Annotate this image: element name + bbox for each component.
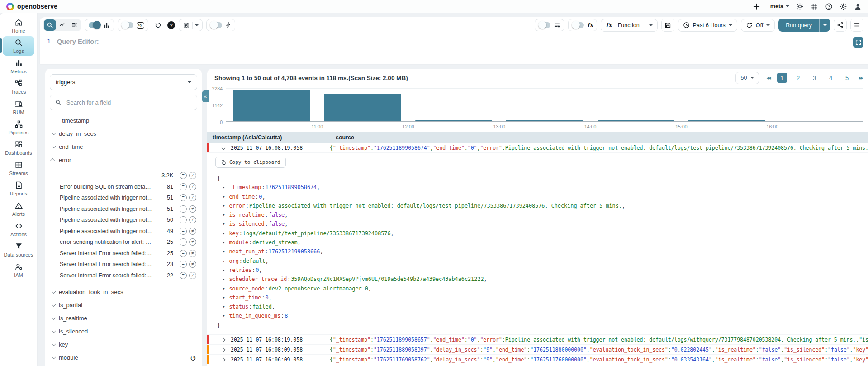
json-field-is_silenced[interactable]: ▾is_silenced:false, bbox=[215, 219, 868, 228]
nav-item-data-sources[interactable]: Data sources bbox=[3, 240, 34, 259]
exclude-filter-icon[interactable]: ≠ bbox=[189, 261, 196, 268]
json-field-is_realtime[interactable]: ▾is_realtime:false, bbox=[215, 210, 868, 219]
nav-item-reports[interactable]: Reports bbox=[3, 179, 34, 198]
field-value-row[interactable]: 3.2K=≠ bbox=[60, 170, 196, 181]
exclude-filter-icon[interactable]: ≠ bbox=[189, 205, 196, 213]
sparkle-icon[interactable] bbox=[753, 3, 760, 10]
sql-mode-toggle[interactable] bbox=[122, 22, 133, 28]
json-field-status[interactable]: ▾status:failed, bbox=[215, 302, 868, 311]
exclude-filter-icon[interactable]: ≠ bbox=[189, 194, 196, 201]
json-field-key[interactable]: ▾key:logs/default/test_pipeline/73533867… bbox=[215, 229, 868, 238]
field-value-row[interactable]: Server Internal Error search failed: Err… bbox=[60, 270, 196, 281]
nav-item-logs[interactable]: Logs bbox=[3, 36, 34, 56]
saved-search-icon[interactable] bbox=[183, 22, 190, 29]
nav-item-rum[interactable]: RUM bbox=[3, 97, 34, 117]
histogram-bar[interactable] bbox=[233, 90, 310, 121]
reset-icon[interactable] bbox=[152, 19, 164, 31]
log-row[interactable]: 2025-11-07 16:08:19.058{"_timestamp":"17… bbox=[207, 143, 868, 152]
histogram-bar[interactable] bbox=[324, 94, 401, 121]
nav-item-home[interactable]: Home bbox=[3, 16, 34, 35]
gear-icon[interactable] bbox=[840, 3, 847, 10]
exclude-filter-icon[interactable]: ≠ bbox=[189, 172, 196, 179]
json-field-scheduler_trace_id[interactable]: ▾scheduler_trace_id:359AQoDsqrZNc1MXSepV… bbox=[215, 275, 868, 284]
collapse-value-icon[interactable]: ▾ bbox=[223, 219, 225, 228]
page-size-select[interactable]: 50 bbox=[735, 72, 759, 84]
search-mode-button[interactable] bbox=[44, 19, 56, 31]
field-value-row[interactable]: Pipeline associated with trigger not e..… bbox=[60, 226, 196, 237]
collapse-value-icon[interactable]: ▾ bbox=[223, 238, 225, 247]
field-value-row[interactable]: Pipeline associated with trigger not e..… bbox=[60, 214, 196, 226]
log-row[interactable]: 2025-11-07 16:08:19.058{"_timestamp":"17… bbox=[207, 334, 868, 344]
chevron-down-icon[interactable] bbox=[195, 24, 199, 26]
column-header-timestamp[interactable]: timestamp (Asia/Calcutta) bbox=[207, 134, 336, 141]
patterns-mode-button[interactable] bbox=[68, 19, 81, 31]
nav-item-traces[interactable]: Traces bbox=[3, 77, 34, 96]
field-evaluation_took_in_secs[interactable]: evaluation_took_in_secs bbox=[50, 285, 197, 299]
page-button-3[interactable]: 3 bbox=[810, 73, 820, 83]
page-button-4[interactable]: 4 bbox=[826, 73, 836, 83]
include-filter-icon[interactable]: = bbox=[180, 238, 187, 246]
field-module[interactable]: module bbox=[50, 351, 197, 364]
nav-item-pipelines[interactable]: Pipelines bbox=[3, 118, 34, 137]
nav-item-metrics[interactable]: Metrics bbox=[3, 57, 34, 76]
run-query-button[interactable]: Run query bbox=[778, 19, 819, 32]
field-value-row[interactable]: Server Internal Error search failed: Err… bbox=[60, 248, 196, 259]
include-filter-icon[interactable]: = bbox=[180, 261, 187, 268]
exclude-filter-icon[interactable]: ≠ bbox=[189, 238, 196, 246]
histogram-bar[interactable] bbox=[688, 120, 765, 121]
column-header-source[interactable]: source bbox=[336, 134, 868, 141]
transform-toggle[interactable] bbox=[539, 22, 550, 28]
collapse-value-icon[interactable]: ▾ bbox=[223, 201, 225, 210]
json-field-time_in_queue_ms[interactable]: ▾time_in_queue_ms:8 bbox=[215, 311, 868, 320]
exclude-filter-icon[interactable]: ≠ bbox=[189, 216, 196, 223]
collapse-value-icon[interactable]: ▾ bbox=[223, 293, 225, 302]
field-end_time[interactable]: end_time bbox=[50, 140, 197, 153]
include-filter-icon[interactable]: = bbox=[180, 172, 187, 179]
field-_timestamp[interactable]: _timestamp bbox=[50, 114, 197, 127]
field-key[interactable]: key bbox=[50, 338, 197, 351]
histogram-bar[interactable] bbox=[779, 121, 856, 121]
slack-icon[interactable] bbox=[811, 3, 818, 10]
field-value-row[interactable]: Error building SQL on stream default:...… bbox=[60, 181, 196, 193]
json-field-org[interactable]: ▾org:default, bbox=[215, 257, 868, 266]
field-is_partial[interactable]: is_partial bbox=[50, 299, 197, 312]
json-field-error[interactable]: ▾error:Pipeline associated with trigger … bbox=[215, 201, 868, 210]
fx-toggle[interactable] bbox=[572, 22, 584, 28]
json-field-_timestamp[interactable]: ▾_timestamp:1762511899058674, bbox=[215, 183, 868, 192]
exclude-filter-icon[interactable]: ≠ bbox=[189, 183, 196, 190]
include-filter-icon[interactable]: = bbox=[180, 250, 187, 257]
nav-item-streams[interactable]: Streams bbox=[3, 158, 34, 178]
time-range-select[interactable]: Past 6 Hours bbox=[678, 19, 737, 32]
metrics-mode-button[interactable] bbox=[56, 19, 68, 31]
json-field-retries[interactable]: ▾retries:0, bbox=[215, 266, 868, 275]
menu-button[interactable] bbox=[850, 19, 863, 32]
collapse-value-icon[interactable]: ▾ bbox=[223, 311, 225, 320]
json-field-end_time[interactable]: ▾end_time:0, bbox=[215, 192, 868, 201]
include-filter-icon[interactable]: = bbox=[180, 216, 187, 223]
field-value-row[interactable]: Server Internal Error search failed: Err… bbox=[60, 259, 196, 270]
json-field-start_time[interactable]: ▾start_time:0, bbox=[215, 293, 868, 302]
collapse-value-icon[interactable]: ▾ bbox=[223, 257, 225, 266]
page-button-1[interactable]: 1 bbox=[777, 73, 787, 83]
collapse-value-icon[interactable]: ▾ bbox=[223, 275, 225, 284]
refresh-fields-icon[interactable]: ↻ bbox=[190, 354, 196, 363]
collapse-value-icon[interactable]: ▾ bbox=[223, 229, 225, 238]
collapse-value-icon[interactable]: ▾ bbox=[223, 192, 225, 201]
log-row[interactable]: 2025-11-07 16:08:09.058{"_timestamp":"17… bbox=[207, 344, 868, 354]
page-button-5[interactable]: 5 bbox=[842, 73, 852, 83]
run-query-options-button[interactable] bbox=[819, 19, 830, 32]
collapse-value-icon[interactable]: ▾ bbox=[223, 183, 225, 192]
collapse-value-icon[interactable]: ▾ bbox=[223, 247, 225, 256]
field-value-row[interactable]: Pipeline associated with trigger not e..… bbox=[60, 204, 196, 215]
field-error[interactable]: error bbox=[50, 153, 197, 166]
include-filter-icon[interactable]: = bbox=[180, 272, 187, 279]
org-selector[interactable]: _meta bbox=[767, 3, 789, 10]
save-function-button[interactable] bbox=[661, 19, 674, 32]
nav-item-dashboards[interactable]: Dashboards bbox=[3, 138, 34, 157]
log-row[interactable]: 2025-11-07 16:06:09.058{"_timestamp":"17… bbox=[207, 354, 868, 364]
exclude-filter-icon[interactable]: ≠ bbox=[189, 250, 196, 257]
nav-item-iam[interactable]: IAM bbox=[3, 260, 34, 280]
stream-select[interactable]: triggers bbox=[50, 74, 197, 90]
profile-icon[interactable] bbox=[854, 3, 862, 10]
histogram-toggle[interactable] bbox=[89, 22, 100, 28]
